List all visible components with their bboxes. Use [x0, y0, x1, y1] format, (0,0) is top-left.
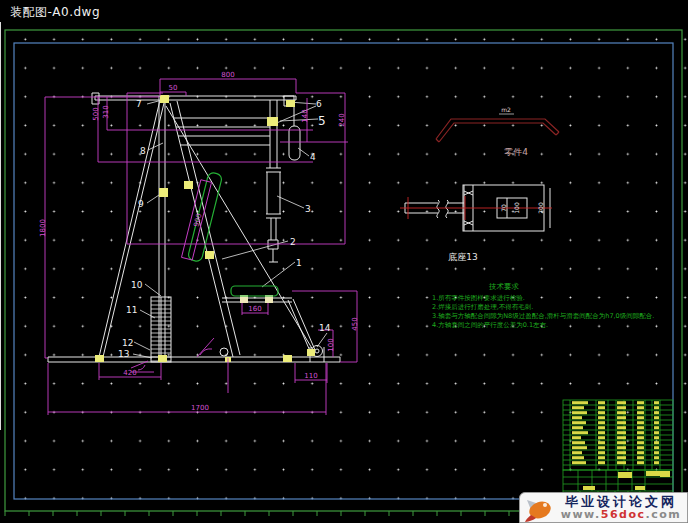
- watermark-url-domain: 56doc: [601, 508, 646, 521]
- drawing-canvas[interactable]: [0, 22, 688, 523]
- watermark-logo-icon: [523, 495, 553, 522]
- watermark-text: 毕业设计论文网 www.56doc.com: [556, 494, 686, 521]
- watermark-url-tld: .com: [646, 508, 682, 521]
- window-titlebar: 装配图-A0.dwg: [0, 0, 688, 22]
- window-title: 装配图-A0.dwg: [10, 4, 100, 21]
- watermark: 毕业设计论文网 www.56doc.com: [519, 492, 688, 523]
- watermark-url-www: www.: [561, 508, 601, 521]
- cad-window: 装配图-A0.dwg: [0, 0, 688, 523]
- watermark-url: www.56doc.com: [556, 509, 686, 521]
- watermark-site-name: 毕业设计论文网: [556, 494, 686, 509]
